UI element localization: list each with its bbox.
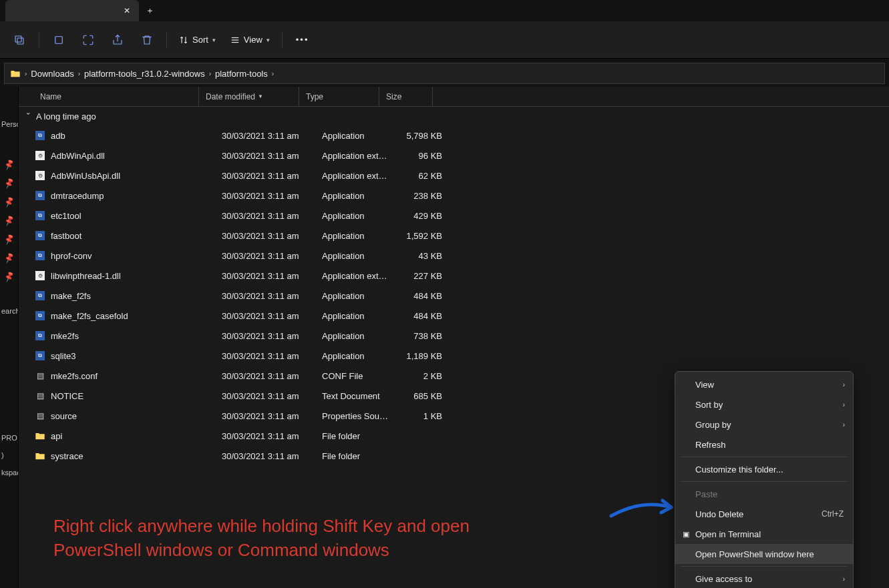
- breadcrumb-seg-1[interactable]: platform-tools_r31.0.2-windows: [84, 69, 205, 79]
- divider: [282, 32, 283, 48]
- file-size: 227 KB: [395, 271, 449, 281]
- tab-strip: ✕ ＋: [0, 0, 889, 21]
- chevron-right-icon: ›: [843, 575, 845, 583]
- close-tab-icon[interactable]: ✕: [122, 6, 132, 15]
- file-size: 1,592 KB: [395, 231, 449, 241]
- ctx-group-by[interactable]: Group by ›: [675, 414, 853, 434]
- file-date: 30/03/2021 3:11 am: [215, 271, 315, 281]
- delete-icon[interactable]: [133, 28, 161, 52]
- ctx-view[interactable]: View ›: [675, 374, 853, 394]
- file-name: api: [51, 431, 62, 441]
- cut-icon[interactable]: [45, 28, 73, 52]
- new-tab-button[interactable]: ＋: [139, 0, 160, 21]
- breadcrumb-seg-2[interactable]: platform-tools: [215, 69, 268, 79]
- chevron-right-icon: ›: [843, 421, 845, 428]
- file-size: 484 KB: [395, 291, 449, 301]
- application-icon: ⧉: [35, 210, 45, 221]
- dll-icon: ⚙: [35, 170, 45, 181]
- file-row[interactable]: ⧉make_f2fs30/03/2021 3:11 amApplication4…: [19, 286, 889, 306]
- pin-icon[interactable]: 📌: [3, 159, 15, 171]
- file-row[interactable]: ⚙AdbWinUsbApi.dll30/03/2021 3:11 amAppli…: [19, 166, 889, 186]
- divider: [166, 32, 167, 48]
- file-name: hprof-conv: [51, 251, 92, 261]
- file-row[interactable]: ⧉dmtracedump30/03/2021 3:11 amApplicatio…: [19, 186, 889, 206]
- file-date: 30/03/2021 3:11 am: [215, 331, 315, 341]
- file-size: 1 KB: [395, 411, 449, 421]
- breadcrumb-seg-0[interactable]: Downloads: [31, 69, 73, 79]
- application-icon: ⧉: [35, 330, 45, 341]
- file-row[interactable]: ⧉sqlite330/03/2021 3:11 amApplication1,1…: [19, 346, 889, 366]
- file-size: 484 KB: [395, 311, 449, 321]
- file-name: source: [51, 411, 77, 421]
- application-icon: ⧉: [35, 290, 45, 301]
- application-icon: ⧉: [35, 230, 45, 241]
- new-item-icon[interactable]: [5, 28, 33, 52]
- pin-icon[interactable]: 📌: [3, 196, 15, 208]
- file-name: mke2fs.conf: [51, 371, 98, 381]
- ctx-sort-by[interactable]: Sort by ›: [675, 394, 853, 414]
- ctx-open-powershell[interactable]: Open PowerShell window here: [675, 544, 853, 564]
- file-type: Application: [315, 251, 395, 261]
- file-row[interactable]: ⚙libwinpthread-1.dll30/03/2021 3:11 amAp…: [19, 266, 889, 286]
- file-type: Application exten...: [315, 151, 395, 161]
- pin-icon[interactable]: 📌: [3, 215, 15, 227]
- file-type: Application: [315, 131, 395, 141]
- group-header[interactable]: › A long time ago: [19, 107, 889, 125]
- column-headers: Name Date modified▼ Type Size: [19, 87, 889, 107]
- ctx-open-terminal[interactable]: ▣ Open in Terminal: [675, 524, 853, 544]
- column-date[interactable]: Date modified▼: [199, 87, 299, 106]
- ctx-undo-delete[interactable]: Undo Delete Ctrl+Z: [675, 504, 853, 524]
- file-type: Application: [315, 211, 395, 221]
- application-icon: ⧉: [35, 310, 45, 321]
- file-type: Application exten...: [315, 271, 395, 281]
- active-tab[interactable]: ✕: [5, 0, 139, 21]
- breadcrumb[interactable]: › Downloads › platform-tools_r31.0.2-win…: [4, 63, 885, 84]
- file-row[interactable]: ⧉fastboot30/03/2021 3:11 amApplication1,…: [19, 226, 889, 246]
- file-size: 738 KB: [395, 331, 449, 341]
- ctx-shortcut: Ctrl+Z: [822, 509, 844, 519]
- pin-icon[interactable]: 📌: [3, 252, 15, 264]
- file-type: Application: [315, 231, 395, 241]
- chevron-down-icon: ▾: [266, 37, 270, 43]
- dll-icon: ⚙: [35, 270, 45, 281]
- sort-label: Sort: [192, 35, 208, 45]
- file-date: 30/03/2021 3:11 am: [215, 211, 315, 221]
- svg-rect-2: [55, 36, 63, 43]
- copy-icon[interactable]: [74, 28, 102, 52]
- pin-icon[interactable]: 📌: [3, 271, 15, 283]
- file-type: Application: [315, 191, 395, 201]
- file-row[interactable]: ⧉mke2fs30/03/2021 3:11 amApplication738 …: [19, 326, 889, 346]
- file-row[interactable]: ⚙AdbWinApi.dll30/03/2021 3:11 amApplicat…: [19, 145, 889, 166]
- file-size: 43 KB: [395, 251, 449, 261]
- ctx-refresh[interactable]: Refresh: [675, 434, 853, 455]
- file-row[interactable]: ⧉etc1tool30/03/2021 3:11 amApplication42…: [19, 206, 889, 226]
- more-button[interactable]: •••: [288, 35, 317, 45]
- file-name: make_f2fs_casefold: [51, 311, 128, 321]
- pin-icon[interactable]: 📌: [3, 178, 15, 190]
- column-size[interactable]: Size: [379, 87, 433, 106]
- toolbar: Sort ▾ View ▾ •••: [0, 21, 889, 59]
- file-date: 30/03/2021 3:11 am: [215, 131, 315, 141]
- file-type: Application: [315, 311, 395, 321]
- application-icon: ⧉: [35, 350, 45, 361]
- column-name[interactable]: Name: [19, 87, 199, 106]
- file-date: 30/03/2021 3:11 am: [215, 411, 315, 421]
- leftstrip-label: PRO: [0, 434, 18, 442]
- file-row[interactable]: ⧉make_f2fs_casefold30/03/2021 3:11 amApp…: [19, 306, 889, 326]
- file-row[interactable]: ⧉hprof-conv30/03/2021 3:11 amApplication…: [19, 246, 889, 266]
- view-button[interactable]: View ▾: [224, 28, 277, 52]
- pin-icon[interactable]: 📌: [3, 234, 15, 246]
- sort-button[interactable]: Sort ▾: [172, 28, 222, 52]
- ctx-give-access[interactable]: Give access to ›: [675, 569, 853, 588]
- share-icon[interactable]: [104, 28, 132, 52]
- file-size: 1,189 KB: [395, 351, 449, 361]
- column-type[interactable]: Type: [299, 87, 379, 106]
- file-size: 5,798 KB: [395, 131, 449, 141]
- file-name: AdbWinUsbApi.dll: [51, 171, 120, 181]
- chevron-right-icon: ›: [209, 70, 211, 77]
- ctx-customize[interactable]: Customize this folder...: [675, 459, 853, 479]
- file-date: 30/03/2021 3:11 am: [215, 251, 315, 261]
- file-name: mke2fs: [51, 331, 79, 341]
- leftstrip-label: Perso: [0, 120, 18, 128]
- file-row[interactable]: ⧉adb30/03/2021 3:11 amApplication5,798 K…: [19, 125, 889, 145]
